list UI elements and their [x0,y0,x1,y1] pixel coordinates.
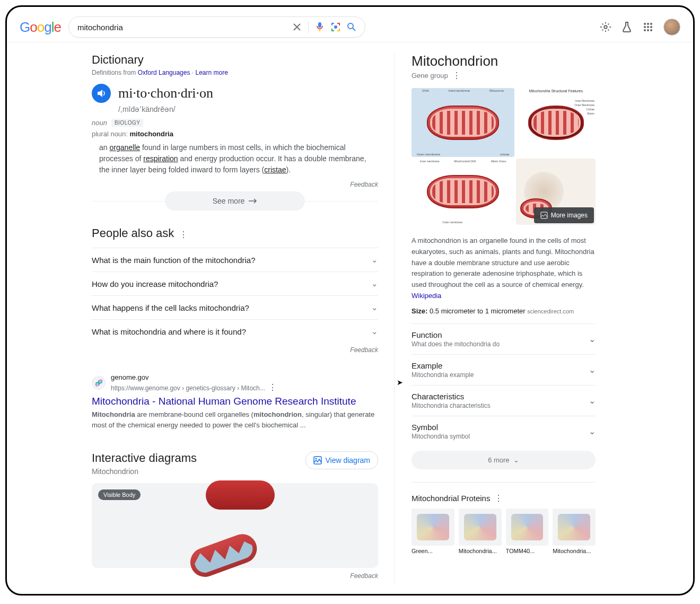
chevron-down-icon: ⌄ [589,426,596,436]
svg-point-20 [644,29,646,31]
svg-point-16 [650,23,652,25]
svg-rect-5 [339,23,340,25]
visible-body-badge: Visible Body [98,489,141,500]
svg-rect-0 [318,22,321,28]
mito-illustration [206,480,275,510]
result-title-link[interactable]: Mitochondria - National Human Genome Res… [92,396,378,407]
svg-point-13 [604,25,607,29]
kp-image[interactable]: Mitochondria Structural Features Inner M… [516,88,596,157]
kp-more-button[interactable]: 6 more ⌄ [412,451,596,469]
protein-card[interactable]: TOMM40... [506,509,549,554]
arrow-right-icon [249,198,257,204]
proteins-heading: Mitochondrial Proteins [412,494,490,503]
chevron-down-icon: ⌄ [589,334,596,344]
dictionary-feedback-link[interactable]: Feedback [92,181,378,188]
see-more-button[interactable]: See more [165,191,305,211]
pronounce-button[interactable] [92,84,111,103]
part-of-speech: noun [92,119,107,127]
paa-item[interactable]: How do you increase mitochondria?⌄ [92,272,378,295]
main-column: Dictionary Definitions from Oxford Langu… [92,53,378,583]
organelle-link[interactable]: organelle [109,143,140,152]
paa-heading: People also ask [92,226,174,240]
see-more-label: See more [213,197,245,205]
proteins-menu-icon[interactable]: ⋮ [494,493,503,503]
view-diagram-label: View diagram [325,456,370,465]
oxford-link[interactable]: Oxford Languages [138,69,190,76]
paa-feedback-link[interactable]: Feedback [92,346,378,354]
respiration-link[interactable]: respiration [143,154,178,163]
chevron-down-icon: ⌄ [589,365,596,375]
clear-icon[interactable] [292,22,302,32]
settings-gear-icon[interactable] [600,21,611,33]
result-domain: genome.gov [111,373,277,382]
google-logo[interactable]: Google [20,19,61,36]
account-avatar[interactable] [663,19,680,36]
paa-item[interactable]: What is the main function of the mitocho… [92,248,378,272]
svg-point-24 [316,458,317,460]
more-images-button[interactable]: More images [534,207,594,223]
svg-rect-3 [331,23,332,25]
result-breadcrumb: https://www.genome.gov › genetics-glossa… [111,384,265,392]
knowledge-panel: Mitochondrion Gene group ⋮ DNAIntermembr… [394,53,596,583]
cursor-icon: ➤ [397,378,403,387]
interactive-feedback-link[interactable]: Feedback [92,572,378,580]
kp-expandable[interactable]: SymbolMitochondria symbol⌄ [412,416,596,447]
svg-point-14 [644,23,646,25]
paa-menu-icon[interactable]: ⋮ [179,230,188,240]
protein-card[interactable]: Mitochondria... [459,509,502,554]
paa-item[interactable]: What is mitochondria and where is it fou… [92,319,378,343]
chevron-down-icon: ⌄ [371,303,378,312]
dictionary-heading: Dictionary [92,53,378,67]
search-input[interactable] [77,23,286,32]
result-favicon: 🧬 [92,376,106,390]
kp-image-grid: DNAIntermembraneRibosome Inner membrane … [412,88,596,225]
header: Google [7,7,693,42]
chevron-down-icon: ⌄ [371,279,378,288]
kp-image[interactable]: Inner membraneMitochondrial DNAMatrix Gr… [412,159,514,225]
svg-point-18 [647,26,649,28]
field-badge: BIOLOGY [111,119,144,127]
lens-search-icon[interactable] [331,22,340,32]
chevron-down-icon: ⌄ [589,396,596,406]
image-icon [313,456,322,465]
search-box[interactable] [68,16,365,38]
kp-image[interactable]: DNAIntermembraneRibosome Inner membrane … [412,88,514,157]
kp-menu-icon[interactable]: ⋮ [452,71,461,81]
paa-item[interactable]: What happens if the cell lacks mitochond… [92,295,378,319]
kp-expandable[interactable]: FunctionWhat does the mitochondria do⌄ [412,323,596,354]
learn-more-link[interactable]: Learn more [195,69,228,76]
cristae-link[interactable]: cristae [264,165,286,174]
kp-expandable[interactable]: CharacteristicsMitochondria characterist… [412,385,596,416]
interactive-subtitle: Mitochondrion [92,467,197,476]
protein-card[interactable]: Mitochondria... [553,509,596,554]
svg-point-22 [650,29,652,31]
search-result: 🧬 genome.gov https://www.genome.gov › ge… [92,373,378,430]
kp-expandable[interactable]: ExampleMitochondria example⌄ [412,354,596,385]
plural-note: plural noun: mitochondria [92,130,378,138]
headword: mi·to·chon·dri·on [118,85,213,101]
kp-description: A mitochondrion is an organelle found in… [412,235,596,302]
apps-grid-icon[interactable] [642,21,654,33]
view-diagram-button[interactable]: View diagram [305,451,378,469]
result-snippet: Mitochondria are membrane-bound cell org… [92,409,378,430]
search-icon[interactable] [347,22,356,32]
interactive-heading: Interactive diagrams [92,451,197,465]
attr-prefix: Definitions from [92,69,138,76]
chevron-down-icon: ⌄ [371,327,378,336]
phonetic: /ˌmīdəˈkändrēən/ [118,105,378,113]
svg-point-15 [647,23,649,25]
images-icon [540,212,548,219]
labs-flask-icon[interactable] [621,21,633,33]
svg-point-11 [348,23,353,29]
divider [308,21,309,33]
svg-point-17 [644,26,646,28]
svg-point-21 [647,29,649,31]
svg-point-19 [650,26,652,28]
voice-search-icon[interactable] [315,22,325,32]
diagram-preview[interactable]: Visible Body [92,483,378,568]
wikipedia-link[interactable]: Wikipedia [412,292,441,300]
kp-subtitle: Gene group [412,72,448,80]
result-menu-icon[interactable]: ⋮ [268,383,277,392]
protein-card[interactable]: Green... [412,509,454,554]
svg-rect-9 [339,29,340,31]
